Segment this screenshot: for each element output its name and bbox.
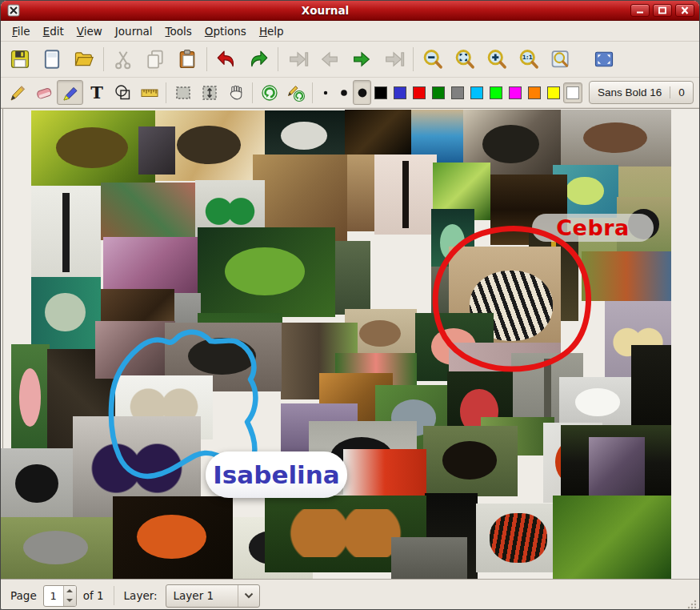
page-count-label: of 1 — [83, 589, 104, 602]
color-blue-button[interactable] — [390, 82, 410, 103]
close-icon — [680, 5, 690, 17]
cut-button[interactable] — [107, 44, 139, 74]
color-red-button[interactable] — [410, 82, 429, 103]
font-button[interactable]: Sans Bold 160 — [589, 81, 694, 104]
photo-elephant — [1, 517, 113, 579]
paste-button[interactable] — [171, 44, 203, 74]
big-ant-detail — [15, 464, 58, 504]
photo-golden-pheasant — [113, 496, 233, 579]
color-magenta-button[interactable] — [506, 82, 525, 103]
xournal-window: Xournal FileEditViewJournalToolsOptionsH… — [0, 0, 700, 610]
copy-button[interactable] — [139, 44, 171, 74]
color-green-button[interactable] — [429, 82, 448, 103]
color-red-swatch — [413, 86, 426, 99]
pen-icon — [8, 83, 27, 102]
photo-dry-branches — [95, 321, 175, 379]
page-spinbox[interactable]: 1 — [43, 585, 77, 607]
open-icon — [73, 48, 95, 70]
page-spin-down-button[interactable] — [64, 596, 76, 606]
redo-icon — [247, 48, 270, 70]
photo-purple-grass — [589, 437, 645, 501]
zoom-select-button[interactable] — [545, 44, 577, 74]
pen-tool-button[interactable] — [4, 80, 30, 105]
page-number-value[interactable]: 1 — [44, 586, 63, 606]
photo-crayfish — [138, 126, 175, 175]
first-page-button[interactable] — [282, 44, 314, 74]
svg-text:1:1: 1:1 — [522, 54, 533, 61]
paste-icon — [176, 48, 198, 70]
new-button[interactable] — [36, 44, 68, 74]
save-button[interactable] — [4, 44, 36, 74]
resize-grip[interactable] — [686, 598, 697, 609]
zoom-fit-button[interactable] — [449, 44, 481, 74]
zoom-select-icon — [550, 48, 572, 70]
ruler-icon — [140, 83, 159, 102]
color-black-button[interactable] — [371, 82, 390, 103]
undo-button[interactable] — [210, 44, 242, 74]
toolbar-separator — [103, 47, 104, 71]
menubar: FileEditViewJournalToolsOptionsHelp — [1, 21, 699, 42]
color-white-swatch — [566, 86, 579, 99]
color-orange-button[interactable] — [525, 82, 544, 103]
bee-flowers-detail — [56, 127, 128, 168]
menu-journal[interactable]: Journal — [109, 22, 159, 40]
default-tool-button[interactable] — [256, 80, 282, 105]
rect-select-button[interactable] — [170, 80, 196, 105]
color-lightblue-button[interactable] — [467, 82, 486, 103]
layer-dropdown[interactable]: Layer 1 — [166, 584, 260, 608]
default-pen-button[interactable] — [282, 80, 309, 105]
photo-duck-dive — [423, 426, 518, 496]
menu-tools[interactable]: Tools — [159, 22, 198, 40]
page-spin-up-button[interactable] — [64, 586, 76, 596]
color-lightgreen-button[interactable] — [486, 82, 506, 103]
shape-recognizer-button[interactable] — [110, 80, 136, 105]
open-button[interactable] — [68, 44, 100, 74]
hand-icon — [226, 83, 246, 102]
statusbar-separator — [114, 586, 114, 605]
hand-tool-button[interactable] — [222, 80, 249, 105]
prev-page-button[interactable] — [314, 44, 346, 74]
highlighter-tool-button[interactable] — [57, 80, 83, 105]
eraser-tool-button[interactable] — [30, 80, 57, 105]
font-size-indicator: 0 — [670, 86, 693, 98]
zoom-out-button[interactable] — [417, 44, 449, 74]
menu-edit[interactable]: Edit — [37, 22, 70, 40]
zoom-in-button[interactable] — [481, 44, 513, 74]
canvas[interactable]: Isabelina Cebra — [1, 108, 699, 579]
close-button[interactable] — [675, 4, 694, 17]
maximize-icon — [658, 5, 667, 17]
vertical-space-button[interactable] — [196, 80, 222, 105]
zoom-100-button[interactable]: 1:1 — [513, 44, 545, 74]
text-tool-button[interactable]: T — [83, 80, 110, 105]
last-page-button[interactable] — [378, 44, 410, 74]
color-black-swatch — [374, 86, 387, 99]
redo-button[interactable] — [242, 44, 274, 74]
photo-green-water-fish — [31, 277, 101, 349]
photo-giraffe — [391, 537, 467, 579]
spin-up-icon — [66, 589, 73, 592]
highlighter-icon — [61, 83, 80, 102]
maximize-button[interactable] — [653, 4, 672, 17]
color-white-button[interactable] — [563, 82, 582, 103]
elephant-detail — [23, 531, 88, 564]
thickness-medium-button[interactable] — [334, 80, 353, 105]
color-gray-button[interactable] — [448, 82, 467, 103]
tiger-beetle-detail — [62, 193, 70, 271]
photo-dark-strip-right — [631, 345, 671, 429]
photo-bee-flowers — [31, 110, 155, 187]
thickness-thick-button[interactable] — [353, 80, 371, 105]
menu-file[interactable]: File — [6, 22, 37, 40]
fullscreen-button[interactable] — [588, 44, 620, 74]
next-page-button[interactable] — [346, 44, 378, 74]
spoonbill-detail — [19, 368, 42, 427]
menu-help[interactable]: Help — [253, 22, 290, 40]
thickness-fine-button[interactable] — [316, 80, 334, 105]
color-yellow-button[interactable] — [544, 82, 563, 103]
defpen-icon — [286, 83, 306, 102]
menu-options[interactable]: Options — [198, 22, 253, 40]
rocks-nutcracker-detail — [482, 125, 539, 163]
ruler-button[interactable] — [136, 80, 162, 105]
minimize-button[interactable] — [630, 4, 650, 17]
menu-view[interactable]: View — [70, 22, 109, 40]
titlebar[interactable]: Xournal — [1, 1, 699, 21]
